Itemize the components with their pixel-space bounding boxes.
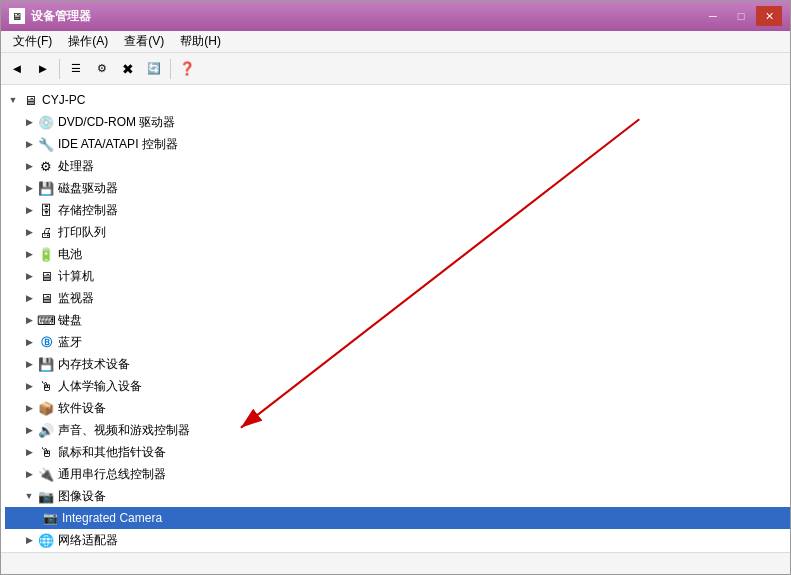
tree-item-mouse[interactable]: ▶ 🖱 鼠标和其他指针设备 xyxy=(5,441,790,463)
tree-item-usb[interactable]: ▶ 🔌 通用串行总线控制器 xyxy=(5,463,790,485)
menu-file[interactable]: 文件(F) xyxy=(5,31,60,52)
sound-expander[interactable]: ▶ xyxy=(21,422,37,438)
tree-item-monitor[interactable]: ▶ 🖥 监视器 xyxy=(5,287,790,309)
imaging-label: 图像设备 xyxy=(58,488,106,505)
ide-expander[interactable]: ▶ xyxy=(21,136,37,152)
menu-view[interactable]: 查看(V) xyxy=(116,31,172,52)
keyboard-label: 键盘 xyxy=(58,312,82,329)
forward-button[interactable]: ► xyxy=(31,57,55,81)
hid-expander[interactable]: ▶ xyxy=(21,378,37,394)
hid-icon: 🖱 xyxy=(37,377,55,395)
tree-item-ide[interactable]: ▶ 🔧 IDE ATA/ATAPI 控制器 xyxy=(5,133,790,155)
printer-label: 打印队列 xyxy=(58,224,106,241)
tree-item-camera[interactable]: 📷 Integrated Camera xyxy=(5,507,790,529)
device-tree[interactable]: ▼ 🖥 CYJ-PC ▶ 💿 DVD/CD-ROM 驱动器 ▶ 🔧 IDE A xyxy=(1,85,790,552)
ide-icon: 🔧 xyxy=(37,135,55,153)
cpu-icon: ⚙ xyxy=(37,157,55,175)
storage-expander[interactable]: ▶ xyxy=(21,202,37,218)
tree-item-hid[interactable]: ▶ 🖱 人体学输入设备 xyxy=(5,375,790,397)
monitor-icon: 🖥 xyxy=(37,289,55,307)
software-expander[interactable]: ▶ xyxy=(21,400,37,416)
tree-item-bluetooth[interactable]: ▶ Ⓑ 蓝牙 xyxy=(5,331,790,353)
bluetooth-icon: Ⓑ xyxy=(37,333,55,351)
bluetooth-expander[interactable]: ▶ xyxy=(21,334,37,350)
memory-expander[interactable]: ▶ xyxy=(21,356,37,372)
hid-label: 人体学输入设备 xyxy=(58,378,142,395)
title-bar: 🖥 设备管理器 ─ □ ✕ xyxy=(1,1,790,31)
tree-item-battery[interactable]: ▶ 🔋 电池 xyxy=(5,243,790,265)
printer-icon: 🖨 xyxy=(37,223,55,241)
device-manager-window: 🖥 设备管理器 ─ □ ✕ 文件(F) 操作(A) 查看(V) 帮助(H) ◄ … xyxy=(0,0,791,575)
storage-label: 存储控制器 xyxy=(58,202,118,219)
root-label: CYJ-PC xyxy=(42,93,85,107)
tree-item-keyboard[interactable]: ▶ ⌨ 键盘 xyxy=(5,309,790,331)
cpu-label: 处理器 xyxy=(58,158,94,175)
disk-icon: 💾 xyxy=(37,179,55,197)
scan-button[interactable]: 🔄 xyxy=(142,57,166,81)
dvd-icon: 💿 xyxy=(37,113,55,131)
ide-label: IDE ATA/ATAPI 控制器 xyxy=(58,136,178,153)
tree-item-memory[interactable]: ▶ 💾 内存技术设备 xyxy=(5,353,790,375)
window-title: 设备管理器 xyxy=(31,8,91,25)
computer-node-icon: 🖥 xyxy=(37,267,55,285)
monitor-expander[interactable]: ▶ xyxy=(21,290,37,306)
battery-expander[interactable]: ▶ xyxy=(21,246,37,262)
tree-item-disk[interactable]: ▶ 💾 磁盘驱动器 xyxy=(5,177,790,199)
imaging-expander[interactable]: ▼ xyxy=(21,488,37,504)
mouse-label: 鼠标和其他指针设备 xyxy=(58,444,166,461)
tree-item-root[interactable]: ▼ 🖥 CYJ-PC xyxy=(5,89,790,111)
help-button[interactable]: ❓ xyxy=(175,57,199,81)
mouse-expander[interactable]: ▶ xyxy=(21,444,37,460)
storage-icon: 🗄 xyxy=(37,201,55,219)
status-bar xyxy=(1,552,790,574)
computer-expander[interactable]: ▶ xyxy=(21,268,37,284)
tree-item-cpu[interactable]: ▶ ⚙ 处理器 xyxy=(5,155,790,177)
tree-root: ▼ 🖥 CYJ-PC ▶ 💿 DVD/CD-ROM 驱动器 ▶ 🔧 IDE A xyxy=(1,89,790,552)
title-bar-left: 🖥 设备管理器 xyxy=(9,8,91,25)
cpu-expander[interactable]: ▶ xyxy=(21,158,37,174)
battery-icon: 🔋 xyxy=(37,245,55,263)
keyboard-icon: ⌨ xyxy=(37,311,55,329)
toolbar: ◄ ► ☰ ⚙ ✖ 🔄 ❓ xyxy=(1,53,790,85)
update-driver-button[interactable]: ⚙ xyxy=(90,57,114,81)
root-expander[interactable]: ▼ xyxy=(5,92,21,108)
sound-icon: 🔊 xyxy=(37,421,55,439)
network-label: 网络适配器 xyxy=(58,532,118,549)
tree-item-software[interactable]: ▶ 📦 软件设备 xyxy=(5,397,790,419)
tree-item-system[interactable]: ▶ ⚙ 系统设备 xyxy=(5,551,790,552)
tree-item-network[interactable]: ▶ 🌐 网络适配器 xyxy=(5,529,790,551)
back-button[interactable]: ◄ xyxy=(5,57,29,81)
toolbar-separator-1 xyxy=(59,59,60,79)
tree-item-imaging[interactable]: ▼ 📷 图像设备 xyxy=(5,485,790,507)
usb-expander[interactable]: ▶ xyxy=(21,466,37,482)
tree-item-sound[interactable]: ▶ 🔊 声音、视频和游戏控制器 xyxy=(5,419,790,441)
toolbar-separator-2 xyxy=(170,59,171,79)
network-expander[interactable]: ▶ xyxy=(21,532,37,548)
imaging-icon: 📷 xyxy=(37,487,55,505)
uninstall-button[interactable]: ✖ xyxy=(116,57,140,81)
menu-action[interactable]: 操作(A) xyxy=(60,31,116,52)
software-label: 软件设备 xyxy=(58,400,106,417)
usb-icon: 🔌 xyxy=(37,465,55,483)
properties-button[interactable]: ☰ xyxy=(64,57,88,81)
battery-label: 电池 xyxy=(58,246,82,263)
printer-expander[interactable]: ▶ xyxy=(21,224,37,240)
keyboard-expander[interactable]: ▶ xyxy=(21,312,37,328)
camera-icon: 📷 xyxy=(41,509,59,527)
camera-label: Integrated Camera xyxy=(62,511,162,525)
sound-label: 声音、视频和游戏控制器 xyxy=(58,422,190,439)
dvd-label: DVD/CD-ROM 驱动器 xyxy=(58,114,175,131)
tree-item-printer[interactable]: ▶ 🖨 打印队列 xyxy=(5,221,790,243)
tree-item-storage[interactable]: ▶ 🗄 存储控制器 xyxy=(5,199,790,221)
dvd-expander[interactable]: ▶ xyxy=(21,114,37,130)
tree-item-dvd[interactable]: ▶ 💿 DVD/CD-ROM 驱动器 xyxy=(5,111,790,133)
memory-icon: 💾 xyxy=(37,355,55,373)
window-icon: 🖥 xyxy=(9,8,25,24)
close-button[interactable]: ✕ xyxy=(756,6,782,26)
menu-help[interactable]: 帮助(H) xyxy=(172,31,229,52)
disk-expander[interactable]: ▶ xyxy=(21,180,37,196)
minimize-button[interactable]: ─ xyxy=(700,6,726,26)
menu-bar: 文件(F) 操作(A) 查看(V) 帮助(H) xyxy=(1,31,790,53)
tree-item-computer[interactable]: ▶ 🖥 计算机 xyxy=(5,265,790,287)
maximize-button[interactable]: □ xyxy=(728,6,754,26)
